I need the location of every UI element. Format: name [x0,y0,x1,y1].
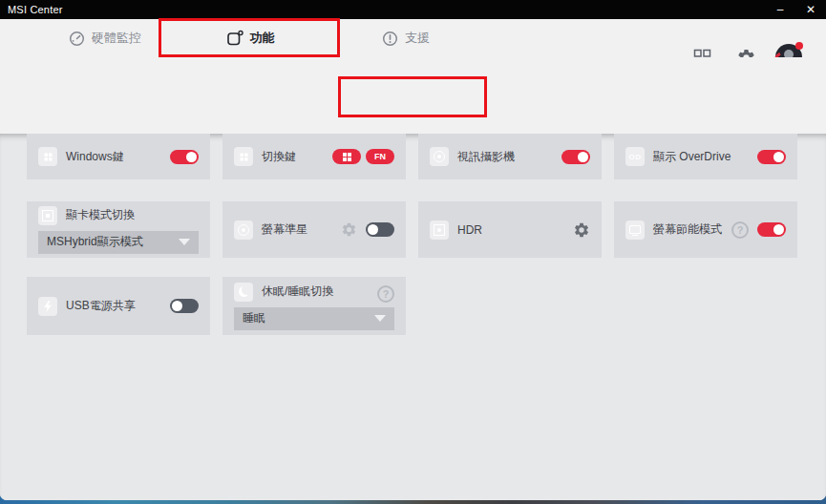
dropdown-value: 睡眠 [243,310,265,326]
card-label: 休眠/睡眠切換 [262,284,394,300]
card-display-overdrive: OD 顯示 OverDrive [614,134,797,179]
overdrive-toggle[interactable] [757,150,786,164]
windows-key-badge[interactable] [332,149,361,164]
tab-features[interactable]: 功能 [193,19,307,57]
chevron-down-icon [374,315,386,322]
windows-key-toggle[interactable] [170,150,199,164]
hdr-settings-gear-icon[interactable] [573,221,590,239]
card-label: 顯示 OverDrive [653,149,749,165]
gpu-mode-icon [38,206,57,225]
card-hibernate-sleep-switch: ? 休眠/睡眠切換 睡眠 [222,277,406,335]
msi-center-window: MSI Center – ✕ 硬體監控 功能 [0,0,826,500]
crosshair-settings-gear-icon[interactable] [341,221,357,238]
usb-power-icon [38,297,57,316]
switch-key-icon [234,147,253,166]
card-screen-eco-mode: 螢幕節能模式 ? [614,201,797,258]
card-label: Windows鍵 [66,149,161,165]
card-label: USB電源共享 [66,298,161,314]
general-settings-panel: Windows鍵 切換鍵 FN 視訊攝影機 [0,134,826,500]
features-icon [226,30,244,47]
card-label: 顯卡模式切換 [66,207,199,223]
card-usb-power-share: USB電源共享 [27,277,210,335]
webcam-icon [430,147,449,166]
gauge-icon [69,31,85,47]
card-label: 視訊攝影機 [457,149,553,165]
chevron-down-icon [179,239,190,245]
eco-mode-icon [625,220,645,240]
card-label: HDR [457,223,564,237]
hdr-icon [430,220,449,240]
sub-nav: 電競模式 使用情境 一般設定 [0,57,826,134]
close-button[interactable]: ✕ [795,0,826,19]
card-webcam: 視訊攝影機 [418,134,602,179]
crosshair-icon [234,220,253,240]
screen: MSI Center – ✕ 硬體監控 功能 [0,0,826,504]
windows-logo-icon [343,153,351,161]
card-gpu-mode-switch: 顯卡模式切換 MSHybrid顯示模式 [27,201,210,258]
window-title: MSI Center [0,4,63,15]
titlebar: MSI Center – ✕ [0,0,826,19]
tab-hardware-monitor[interactable]: 硬體監控 [48,19,162,57]
minimize-button[interactable]: – [765,0,795,19]
card-label: 螢幕準星 [262,221,332,238]
card-label: 切換鍵 [262,149,324,165]
crosshair-toggle[interactable] [366,222,394,237]
card-switch-key: 切換鍵 FN [222,134,406,179]
sleep-moon-icon [234,283,253,302]
support-icon [382,31,398,47]
card-windows-key: Windows鍵 [27,134,210,179]
tab-label: 支援 [405,30,430,47]
card-label: 螢幕節能模式 [653,221,723,238]
tab-label: 功能 [250,30,275,47]
dropdown-value: MSHybrid顯示模式 [47,234,143,250]
sleep-help-icon[interactable]: ? [377,285,394,303]
eco-mode-help-icon[interactable]: ? [731,221,749,239]
overdrive-icon: OD [625,147,645,166]
main-nav: 硬體監控 功能 支援 [0,19,826,57]
card-hdr: HDR [418,201,602,258]
sleep-mode-dropdown[interactable]: 睡眠 [234,307,394,330]
notification-dot [795,42,803,50]
key-selector: FN [332,149,394,164]
eco-mode-toggle[interactable] [757,222,786,237]
webcam-toggle[interactable] [561,150,590,164]
gpu-mode-dropdown[interactable]: MSHybrid顯示模式 [38,231,199,254]
fn-key-badge[interactable]: FN [366,149,394,164]
tab-label: 硬體監控 [92,30,141,47]
usb-power-toggle[interactable] [170,299,199,313]
card-screen-crosshair: 螢幕準星 [222,201,406,258]
tab-support[interactable]: 支援 [349,19,463,57]
windows-key-icon [38,147,57,166]
